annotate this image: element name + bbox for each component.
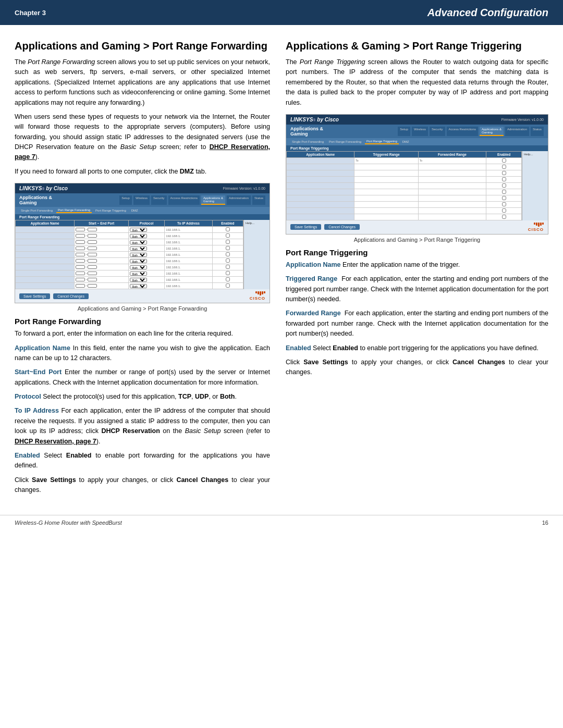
protocol-select[interactable]: Both	[130, 246, 147, 251]
end-port-input[interactable]	[88, 240, 97, 244]
protocol-select[interactable]: Both	[130, 259, 147, 263]
start-port-input[interactable]	[76, 253, 85, 256]
footer-product-name: Wireless-G Home Router with SpeedBurst	[15, 520, 122, 526]
firmware-version: Firmware Version: v1.0.00	[223, 187, 265, 190]
table-row: ~Both192.168.1.	[16, 277, 243, 283]
enabled-check-r[interactable]	[502, 190, 506, 194]
cancel-changes-btn-r[interactable]: Cancel Changes	[324, 224, 360, 230]
table-row	[287, 201, 522, 207]
router-screenshot-left: LINKSYS® by Cisco Firmware Version: v1.0…	[15, 183, 270, 303]
enabled-check-r[interactable]	[502, 158, 506, 163]
start-port-input[interactable]	[76, 284, 85, 288]
enabled-check[interactable]	[226, 271, 230, 275]
enabled-para-right: Enabled Select Enabled to enable port tr…	[286, 343, 548, 353]
firmware-version-right: Firmware Version: v1.0.00	[501, 118, 544, 121]
start-port-input[interactable]	[76, 246, 85, 250]
save-settings-btn[interactable]: Save Settings	[19, 293, 50, 299]
right-screenshot-caption: Applications and Gaming > Port Range Tri…	[286, 237, 548, 243]
start-port-input[interactable]	[76, 234, 85, 238]
enabled-check-r[interactable]	[502, 171, 506, 175]
chapter-label: Chapter 3	[15, 9, 46, 17]
table-row	[287, 195, 522, 201]
start-port-input[interactable]	[76, 265, 85, 269]
col-enabled-r: Enabled	[486, 151, 522, 157]
table-row	[287, 214, 522, 220]
col-triggered: Triggered Range	[354, 151, 419, 157]
start-port-input[interactable]	[76, 228, 85, 231]
enabled-check-r[interactable]	[502, 177, 506, 181]
main-content: Applications and Gaming > Port Range For…	[0, 25, 563, 510]
enabled-check-r[interactable]	[502, 215, 506, 219]
end-port-input[interactable]	[88, 272, 97, 275]
start-port-input[interactable]	[76, 278, 85, 281]
end-port-input[interactable]	[88, 278, 97, 281]
protocol-select[interactable]: Both	[130, 240, 147, 244]
table-row: ~Both192.168.1.	[16, 264, 243, 270]
enabled-label-right: Enabled	[286, 344, 311, 352]
right-subsection-title: Port Range Triggering	[286, 248, 548, 257]
enabled-check[interactable]	[226, 265, 230, 269]
start-port-input[interactable]	[76, 272, 85, 275]
table-row: ToTo	[287, 157, 522, 164]
enabled-check-r[interactable]	[502, 165, 506, 169]
enabled-check[interactable]	[226, 258, 230, 263]
protocol-select[interactable]: Both	[130, 278, 147, 282]
start-port-input[interactable]	[76, 259, 85, 263]
table-row: ~Both192.168.1.	[16, 227, 243, 233]
enabled-label-left: Enabled	[15, 452, 40, 459]
end-port-input[interactable]	[88, 265, 97, 269]
end-port-input[interactable]	[88, 253, 97, 256]
enabled-check-r[interactable]	[502, 202, 506, 206]
protocol-select[interactable]: Both	[130, 265, 147, 269]
enabled-check-r[interactable]	[502, 183, 506, 188]
protocol-select[interactable]: Both	[130, 284, 147, 288]
save-settings-btn-r[interactable]: Save Settings	[290, 224, 321, 230]
cisco-logo: CISCO	[250, 291, 265, 301]
table-row: ~Both192.168.1.	[16, 239, 243, 245]
col-app-name-r: Application Name	[287, 151, 354, 157]
enabled-check[interactable]	[226, 252, 230, 256]
enabled-check[interactable]	[226, 246, 230, 250]
left-main-title: Applications and Gaming > Port Range For…	[15, 40, 270, 52]
end-port-input[interactable]	[88, 284, 97, 288]
end-port-input[interactable]	[88, 228, 97, 231]
save-para-right: Click Save Settings to apply your change…	[286, 357, 548, 378]
table-row: ~Both192.168.1.	[16, 258, 243, 264]
page-header: Chapter 3 Advanced Configuration	[0, 0, 563, 25]
protocol-label: Protocol	[15, 393, 41, 400]
router-logo: LINKSYS® by Cisco	[19, 186, 68, 191]
enabled-check[interactable]	[226, 277, 230, 281]
enabled-check[interactable]	[226, 227, 230, 231]
enabled-check[interactable]	[226, 233, 230, 238]
enabled-para-left: Enabled Select Enabled to enable port fo…	[15, 451, 270, 471]
router-footer-right: Save Settings Cancel Changes CISCO	[286, 220, 548, 234]
protocol-select[interactable]: Both	[130, 253, 147, 257]
table-row: ~Both192.168.1.	[16, 245, 243, 252]
end-port-input[interactable]	[88, 246, 97, 250]
page-title: Advanced Configuration	[427, 7, 548, 19]
router-screenshot-right: LINKSYS® by Cisco Firmware Version: v1.0…	[286, 114, 548, 235]
triggered-para: Triggered Range For each application, en…	[286, 274, 548, 304]
right-main-title: Applications & Gaming > Port Range Trigg…	[286, 40, 548, 52]
dhcp-link-2[interactable]: DHCP Reservation, page 7	[15, 438, 96, 445]
router-logo-right: LINKSYS® by Cisco	[290, 117, 339, 122]
protocol-select[interactable]: Both	[130, 228, 147, 232]
cancel-changes-btn[interactable]: Cancel Changes	[53, 293, 89, 299]
enabled-check-r[interactable]	[502, 208, 506, 213]
right-intro-para: The Port Range Triggering screen allows …	[286, 57, 548, 108]
end-port-input[interactable]	[88, 259, 97, 263]
col-enabled: Enabled	[212, 220, 243, 227]
start-port-input[interactable]	[76, 240, 85, 244]
left-screenshot-caption: Applications and Gaming > Port Range For…	[15, 305, 270, 312]
table-row	[287, 170, 522, 176]
table-row	[287, 182, 522, 189]
enabled-check[interactable]	[226, 283, 230, 288]
app-name-label-r: Application Name	[286, 261, 341, 268]
to-ip-label: To IP Address	[15, 407, 59, 414]
protocol-select[interactable]: Both	[130, 272, 147, 276]
col-app-name: Application Name	[16, 220, 75, 227]
end-port-input[interactable]	[88, 234, 97, 238]
enabled-check[interactable]	[226, 240, 230, 244]
enabled-check-r[interactable]	[502, 196, 506, 200]
protocol-select[interactable]: Both	[130, 234, 147, 238]
